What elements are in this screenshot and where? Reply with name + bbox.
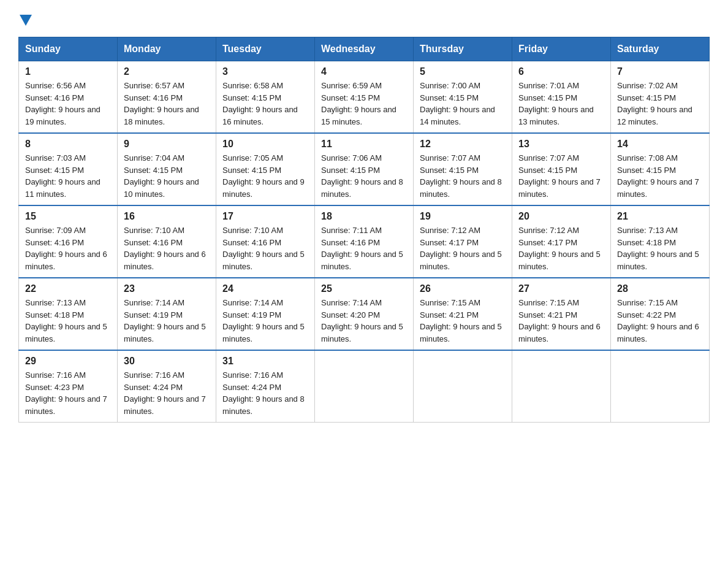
- day-info: Sunrise: 7:05 AM Sunset: 4:15 PM Dayligh…: [222, 152, 308, 200]
- calendar-cell: 21 Sunrise: 7:13 AM Sunset: 4:18 PM Dayl…: [611, 205, 710, 278]
- day-info: Sunrise: 7:14 AM Sunset: 4:19 PM Dayligh…: [124, 297, 210, 345]
- calendar-cell: 18 Sunrise: 7:11 AM Sunset: 4:16 PM Dayl…: [315, 205, 414, 278]
- day-number: 26: [420, 283, 506, 294]
- calendar-cell: 13 Sunrise: 7:07 AM Sunset: 4:15 PM Dayl…: [512, 133, 611, 205]
- day-number: 25: [321, 283, 407, 294]
- day-number: 11: [321, 139, 407, 150]
- day-info: Sunrise: 7:14 AM Sunset: 4:19 PM Dayligh…: [222, 297, 308, 345]
- day-number: 23: [124, 283, 210, 294]
- calendar-cell: 24 Sunrise: 7:14 AM Sunset: 4:19 PM Dayl…: [216, 278, 315, 350]
- day-info: Sunrise: 7:16 AM Sunset: 4:24 PM Dayligh…: [222, 369, 308, 417]
- day-info: Sunrise: 7:02 AM Sunset: 4:15 PM Dayligh…: [617, 80, 703, 128]
- calendar-week-row: 15 Sunrise: 7:09 AM Sunset: 4:16 PM Dayl…: [19, 205, 710, 278]
- day-number: 2: [124, 66, 210, 77]
- day-info: Sunrise: 7:10 AM Sunset: 4:16 PM Dayligh…: [124, 224, 210, 272]
- day-number: 31: [222, 356, 308, 367]
- day-info: Sunrise: 7:12 AM Sunset: 4:17 PM Dayligh…: [420, 224, 506, 272]
- day-number: 3: [222, 66, 308, 77]
- day-number: 4: [321, 66, 407, 77]
- calendar-cell: 27 Sunrise: 7:15 AM Sunset: 4:21 PM Dayl…: [512, 278, 611, 350]
- day-number: 28: [617, 283, 703, 294]
- day-info: Sunrise: 6:59 AM Sunset: 4:15 PM Dayligh…: [321, 80, 407, 128]
- weekday-header-tuesday: Tuesday: [216, 37, 315, 61]
- calendar-cell: 16 Sunrise: 7:10 AM Sunset: 4:16 PM Dayl…: [118, 205, 216, 278]
- logo: [18, 12, 32, 26]
- day-info: Sunrise: 7:13 AM Sunset: 4:18 PM Dayligh…: [617, 224, 703, 272]
- day-number: 19: [420, 211, 506, 222]
- calendar-cell: 30 Sunrise: 7:16 AM Sunset: 4:24 PM Dayl…: [118, 350, 216, 423]
- calendar-cell: 28 Sunrise: 7:15 AM Sunset: 4:22 PM Dayl…: [611, 278, 710, 350]
- day-number: 13: [518, 139, 604, 150]
- day-number: 7: [617, 66, 703, 77]
- calendar-cell: 3 Sunrise: 6:58 AM Sunset: 4:15 PM Dayli…: [216, 61, 315, 134]
- weekday-header-wednesday: Wednesday: [315, 37, 414, 61]
- day-number: 8: [25, 139, 111, 150]
- day-info: Sunrise: 7:03 AM Sunset: 4:15 PM Dayligh…: [25, 152, 111, 200]
- calendar-cell: [414, 350, 512, 423]
- day-info: Sunrise: 7:16 AM Sunset: 4:23 PM Dayligh…: [25, 369, 111, 417]
- calendar-cell: 6 Sunrise: 7:01 AM Sunset: 4:15 PM Dayli…: [512, 61, 611, 134]
- day-number: 9: [124, 139, 210, 150]
- weekday-header-sunday: Sunday: [19, 37, 118, 61]
- day-info: Sunrise: 7:15 AM Sunset: 4:22 PM Dayligh…: [617, 297, 703, 345]
- day-number: 17: [222, 211, 308, 222]
- day-info: Sunrise: 6:57 AM Sunset: 4:16 PM Dayligh…: [124, 80, 210, 128]
- day-info: Sunrise: 6:58 AM Sunset: 4:15 PM Dayligh…: [222, 80, 308, 128]
- day-number: 16: [124, 211, 210, 222]
- day-number: 24: [222, 283, 308, 294]
- day-info: Sunrise: 7:11 AM Sunset: 4:16 PM Dayligh…: [321, 224, 407, 272]
- day-info: Sunrise: 7:13 AM Sunset: 4:18 PM Dayligh…: [25, 297, 111, 345]
- calendar-cell: 20 Sunrise: 7:12 AM Sunset: 4:17 PM Dayl…: [512, 205, 611, 278]
- calendar-week-row: 1 Sunrise: 6:56 AM Sunset: 4:16 PM Dayli…: [19, 61, 710, 134]
- logo-arrow-icon: [20, 15, 32, 26]
- calendar-cell: [611, 350, 710, 423]
- day-info: Sunrise: 7:01 AM Sunset: 4:15 PM Dayligh…: [518, 80, 604, 128]
- day-number: 30: [124, 356, 210, 367]
- calendar-table: SundayMondayTuesdayWednesdayThursdayFrid…: [18, 37, 710, 423]
- day-number: 12: [420, 139, 506, 150]
- calendar-cell: 25 Sunrise: 7:14 AM Sunset: 4:20 PM Dayl…: [315, 278, 414, 350]
- weekday-header-saturday: Saturday: [611, 37, 710, 61]
- day-number: 14: [617, 139, 703, 150]
- calendar-cell: 7 Sunrise: 7:02 AM Sunset: 4:15 PM Dayli…: [611, 61, 710, 134]
- day-info: Sunrise: 7:12 AM Sunset: 4:17 PM Dayligh…: [518, 224, 604, 272]
- day-info: Sunrise: 7:07 AM Sunset: 4:15 PM Dayligh…: [518, 152, 604, 200]
- calendar-cell: 11 Sunrise: 7:06 AM Sunset: 4:15 PM Dayl…: [315, 133, 414, 205]
- calendar-cell: [512, 350, 611, 423]
- calendar-cell: 5 Sunrise: 7:00 AM Sunset: 4:15 PM Dayli…: [414, 61, 512, 134]
- calendar-week-row: 22 Sunrise: 7:13 AM Sunset: 4:18 PM Dayl…: [19, 278, 710, 350]
- calendar-cell: 4 Sunrise: 6:59 AM Sunset: 4:15 PM Dayli…: [315, 61, 414, 134]
- calendar-week-row: 8 Sunrise: 7:03 AM Sunset: 4:15 PM Dayli…: [19, 133, 710, 205]
- calendar-week-row: 29 Sunrise: 7:16 AM Sunset: 4:23 PM Dayl…: [19, 350, 710, 423]
- day-info: Sunrise: 7:07 AM Sunset: 4:15 PM Dayligh…: [420, 152, 506, 200]
- day-number: 5: [420, 66, 506, 77]
- day-number: 15: [25, 211, 111, 222]
- calendar-cell: 10 Sunrise: 7:05 AM Sunset: 4:15 PM Dayl…: [216, 133, 315, 205]
- calendar-cell: 8 Sunrise: 7:03 AM Sunset: 4:15 PM Dayli…: [19, 133, 118, 205]
- weekday-header-friday: Friday: [512, 37, 611, 61]
- day-info: Sunrise: 7:08 AM Sunset: 4:15 PM Dayligh…: [617, 152, 703, 200]
- day-number: 6: [518, 66, 604, 77]
- calendar-cell: 19 Sunrise: 7:12 AM Sunset: 4:17 PM Dayl…: [414, 205, 512, 278]
- day-number: 18: [321, 211, 407, 222]
- calendar-cell: 12 Sunrise: 7:07 AM Sunset: 4:15 PM Dayl…: [414, 133, 512, 205]
- day-number: 29: [25, 356, 111, 367]
- day-info: Sunrise: 7:16 AM Sunset: 4:24 PM Dayligh…: [124, 369, 210, 417]
- day-number: 20: [518, 211, 604, 222]
- day-number: 10: [222, 139, 308, 150]
- calendar-cell: 2 Sunrise: 6:57 AM Sunset: 4:16 PM Dayli…: [118, 61, 216, 134]
- calendar-cell: 26 Sunrise: 7:15 AM Sunset: 4:21 PM Dayl…: [414, 278, 512, 350]
- day-info: Sunrise: 7:15 AM Sunset: 4:21 PM Dayligh…: [518, 297, 604, 345]
- day-info: Sunrise: 7:09 AM Sunset: 4:16 PM Dayligh…: [25, 224, 111, 272]
- calendar-cell: 29 Sunrise: 7:16 AM Sunset: 4:23 PM Dayl…: [19, 350, 118, 423]
- day-info: Sunrise: 7:14 AM Sunset: 4:20 PM Dayligh…: [321, 297, 407, 345]
- day-info: Sunrise: 7:10 AM Sunset: 4:16 PM Dayligh…: [222, 224, 308, 272]
- day-info: Sunrise: 7:15 AM Sunset: 4:21 PM Dayligh…: [420, 297, 506, 345]
- calendar-cell: 17 Sunrise: 7:10 AM Sunset: 4:16 PM Dayl…: [216, 205, 315, 278]
- day-number: 22: [25, 283, 111, 294]
- calendar-cell: 31 Sunrise: 7:16 AM Sunset: 4:24 PM Dayl…: [216, 350, 315, 423]
- page-header: [18, 12, 710, 26]
- day-number: 27: [518, 283, 604, 294]
- day-number: 21: [617, 211, 703, 222]
- calendar-cell: [315, 350, 414, 423]
